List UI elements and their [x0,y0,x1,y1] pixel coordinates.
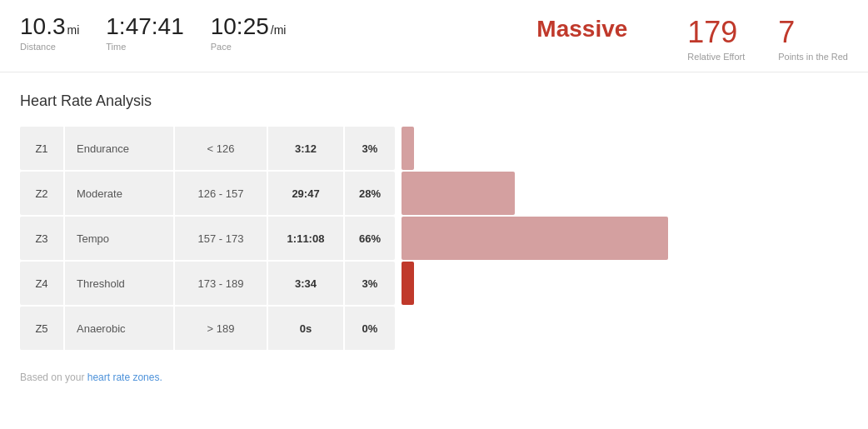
zone-name: Moderate [65,172,173,215]
section-title: Heart Rate Analysis [20,92,848,110]
zone-label: Z4 [20,262,63,305]
distance-unit: mi [67,23,80,37]
points-red-label: Points in the Red [778,52,848,62]
zone-pct: 0% [345,307,395,350]
time-value: 1:47:41 [106,15,183,38]
zone-bar-container [402,172,848,215]
header: 10.3 mi Distance 1:47:41 Time 10:25 /mi … [0,0,868,72]
zone-name: Endurance [65,127,173,170]
relative-effort-value: 179 [687,15,745,50]
zone-bar [402,127,414,170]
right-stats: Massive 179 Relative Effort 7 Points in … [536,15,848,62]
zone-name: Tempo [65,217,173,260]
relative-effort-label: Relative Effort [687,52,745,62]
time-label: Time [106,42,183,52]
pace-value: 10:25 [211,15,269,38]
zone-bar [402,262,414,305]
zone-name: Anaerobic [65,307,173,350]
pace-stat: 10:25 /mi Pace [211,15,287,52]
zone-label: Z5 [20,307,63,350]
pace-unit: /mi [271,23,287,37]
zone-row: Z5 Anaerobic > 189 0s 0% [20,307,848,350]
zone-time: 3:12 [268,127,343,170]
zone-label: Z2 [20,172,63,215]
footer-text-before: Based on your [20,372,87,383]
massive-label: Massive [536,15,627,43]
zone-label: Z1 [20,127,63,170]
distance-value: 10.3 [20,15,66,38]
zone-row: Z4 Threshold 173 - 189 3:34 3% [20,262,848,305]
zone-pct: 66% [345,217,395,260]
zone-time: 3:34 [268,262,343,305]
zone-range: < 126 [175,127,267,170]
distance-label: Distance [20,42,79,52]
time-stat: 1:47:41 Time [106,15,183,52]
zone-pct: 3% [345,127,395,170]
zone-time: 29:47 [268,172,343,215]
zone-range: 126 - 157 [175,172,267,215]
zone-bar-container [402,262,848,305]
zone-bar-container [402,217,848,260]
pace-label: Pace [211,42,287,52]
zone-row: Z1 Endurance < 126 3:12 3% [20,127,848,170]
zone-pct: 3% [345,262,395,305]
zone-row: Z3 Tempo 157 - 173 1:11:08 66% [20,217,848,260]
points-red-value: 7 [778,15,848,50]
zones-list: Z1 Endurance < 126 3:12 3% Z2 Moderate 1… [20,127,848,350]
massive-block: Massive [536,15,627,43]
zone-bar-container [402,307,848,350]
heart-rate-zones-link[interactable]: heart rate zones. [87,372,162,383]
main-content: Heart Rate Analysis Z1 Endurance < 126 3… [0,72,868,365]
zone-range: 173 - 189 [175,262,267,305]
zone-name: Threshold [65,262,173,305]
zone-bar [402,217,668,260]
zone-range: 157 - 173 [175,217,267,260]
relative-effort-block: 179 Relative Effort [687,15,745,62]
zone-label: Z3 [20,217,63,260]
zone-bar-container [402,127,848,170]
zone-row: Z2 Moderate 126 - 157 29:47 28% [20,172,848,215]
zone-pct: 28% [345,172,395,215]
zone-time: 1:11:08 [268,217,343,260]
points-red-block: 7 Points in the Red [778,15,848,62]
zone-bar [402,172,515,215]
zone-range: > 189 [175,307,267,350]
distance-stat: 10.3 mi Distance [20,15,79,52]
footer: Based on your heart rate zones. [0,365,868,397]
zone-time: 0s [268,307,343,350]
